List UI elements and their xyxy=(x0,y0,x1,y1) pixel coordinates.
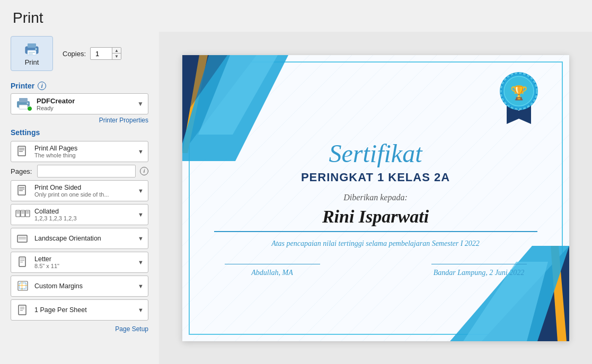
svg-rect-20 xyxy=(17,213,20,214)
pages-range-input[interactable] xyxy=(37,165,136,177)
cert-given-to: Diberikan kepada: xyxy=(343,193,407,202)
svg-rect-26 xyxy=(26,213,29,214)
svg-rect-16 xyxy=(19,189,24,190)
svg-rect-22 xyxy=(22,211,24,212)
printer-properties-link[interactable]: Printer Properties xyxy=(11,117,148,124)
svg-rect-4 xyxy=(29,54,33,55)
copies-row: Copies: ▲ ▼ xyxy=(63,47,121,60)
setting-margins[interactable]: Custom Margins ▼ xyxy=(11,276,148,297)
svg-rect-8 xyxy=(19,105,28,109)
copies-up-button[interactable]: ▲ xyxy=(112,48,121,54)
printer-status-dot xyxy=(27,106,32,111)
copies-input-wrap[interactable]: ▲ ▼ xyxy=(90,47,121,60)
setting-margins-text: Custom Margins xyxy=(34,282,134,290)
setting-paper-size[interactable]: Letter 8.5" x 11" ▼ xyxy=(11,252,148,273)
persheet-chevron-icon: ▼ xyxy=(138,307,144,313)
pages-range-info-icon[interactable]: i xyxy=(140,167,148,175)
svg-point-5 xyxy=(36,48,37,50)
setting-collated[interactable]: Collated 1,2,3 1,2,3 1,2,3 ▼ xyxy=(11,204,148,225)
printer-icon-wrap xyxy=(15,96,32,111)
printer-selector[interactable]: PDFCreator Ready ▼ xyxy=(11,93,148,114)
setting-orientation[interactable]: Landscape Orientation ▼ xyxy=(11,228,148,249)
svg-rect-23 xyxy=(22,213,24,214)
svg-rect-7 xyxy=(19,98,28,102)
svg-rect-33 xyxy=(20,262,23,262)
svg-rect-19 xyxy=(17,211,20,212)
cert-signer1: Abdullah, MA xyxy=(251,269,293,277)
sig-line-left xyxy=(225,264,320,264)
pages-chevron-icon: ▼ xyxy=(138,148,144,155)
copies-input[interactable] xyxy=(91,49,112,59)
svg-rect-35 xyxy=(20,283,26,289)
svg-rect-32 xyxy=(20,260,24,261)
svg-rect-25 xyxy=(26,211,29,212)
cert-title: Sertifikat xyxy=(329,140,422,168)
svg-rect-24 xyxy=(25,210,30,217)
svg-rect-28 xyxy=(19,237,26,238)
persheet-icon xyxy=(15,304,30,316)
cert-badge: 🏆 xyxy=(495,71,543,119)
setting-one-sided[interactable]: Print One Sided Only print on one side o… xyxy=(11,180,148,201)
svg-point-9 xyxy=(27,103,29,104)
svg-rect-37 xyxy=(22,281,22,290)
svg-rect-3 xyxy=(29,52,35,53)
printer-section-header: Printer i xyxy=(11,82,148,90)
page-title: Print xyxy=(0,0,592,32)
paper-chevron-icon: ▼ xyxy=(138,259,144,265)
setting-persheet-text: 1 Page Per Sheet xyxy=(34,306,134,314)
copies-label: Copies: xyxy=(63,50,86,58)
setting-paper-text: Letter 8.5" x 11" xyxy=(34,255,134,269)
cert-recipient-name: Rini Isparwati xyxy=(214,207,537,232)
svg-rect-40 xyxy=(20,308,24,309)
left-panel: Print Copies: ▲ ▼ Printer i xyxy=(0,32,159,364)
svg-rect-21 xyxy=(21,210,25,217)
page-setup-link[interactable]: Page Setup xyxy=(11,325,148,333)
printer-status: Ready xyxy=(37,105,133,111)
pages-row: Pages: i xyxy=(11,165,148,177)
copies-down-button[interactable]: ▼ xyxy=(112,54,121,59)
svg-rect-31 xyxy=(20,259,24,259)
letter-icon xyxy=(15,256,30,269)
pages-icon xyxy=(15,145,30,158)
printer-chevron-icon: ▼ xyxy=(137,100,144,108)
printer-info: PDFCreator Ready xyxy=(37,97,133,111)
cert-signatures: Abdullah, MA Bandar Lampung, 2 Juni 2022 xyxy=(214,264,537,277)
svg-rect-41 xyxy=(20,310,23,311)
setting-pages-text: Print All Pages The whole thing xyxy=(34,145,134,158)
svg-text:🏆: 🏆 xyxy=(510,84,528,101)
cert-content: Sertifikat PERINGKAT 1 KELAS 2A Diberika… xyxy=(214,140,537,309)
printer-info-icon[interactable]: i xyxy=(38,82,46,90)
svg-rect-17 xyxy=(19,190,23,191)
collated-chevron-icon: ▼ xyxy=(138,211,144,218)
one-sided-icon xyxy=(15,184,30,197)
sig-line-right xyxy=(431,264,527,264)
pages-label: Pages: xyxy=(11,167,33,175)
printer-icon xyxy=(23,41,40,56)
setting-pages-per-sheet[interactable]: 1 Page Per Sheet ▼ xyxy=(11,299,148,321)
svg-rect-11 xyxy=(19,148,24,149)
svg-rect-1 xyxy=(28,43,36,48)
margins-icon xyxy=(15,280,30,292)
svg-rect-12 xyxy=(19,149,24,150)
print-button-label: Print xyxy=(25,58,39,66)
print-button[interactable]: Print xyxy=(11,36,53,71)
svg-rect-36 xyxy=(18,285,28,286)
onesided-chevron-icon: ▼ xyxy=(138,188,144,194)
setting-orientation-text: Landscape Orientation xyxy=(34,235,134,242)
svg-rect-18 xyxy=(16,210,20,217)
setting-onesided-text: Print One Sided Only print on one side o… xyxy=(34,184,134,198)
orientation-chevron-icon: ▼ xyxy=(138,235,144,242)
collated-icon xyxy=(15,208,30,221)
copies-spinner: ▲ ▼ xyxy=(112,48,121,59)
badge-svg: 🏆 xyxy=(495,71,543,124)
cert-sig-right: Bandar Lampung, 2 Juni 2022 xyxy=(431,264,527,277)
svg-rect-29 xyxy=(19,238,26,239)
settings-section-header: Settings xyxy=(11,128,148,137)
cert-subtitle: PERINGKAT 1 KELAS 2A xyxy=(301,171,450,184)
printer-name: PDFCreator xyxy=(37,97,133,105)
svg-rect-15 xyxy=(19,187,24,188)
cert-signer2: Bandar Lampung, 2 Juni 2022 xyxy=(434,269,525,277)
certificate-preview: 🏆 Sertifikat PERINGKAT 1 KELAS 2A Diberi… xyxy=(182,55,569,341)
setting-print-pages[interactable]: Print All Pages The whole thing ▼ xyxy=(11,141,148,162)
setting-collated-text: Collated 1,2,3 1,2,3 1,2,3 xyxy=(34,208,134,221)
